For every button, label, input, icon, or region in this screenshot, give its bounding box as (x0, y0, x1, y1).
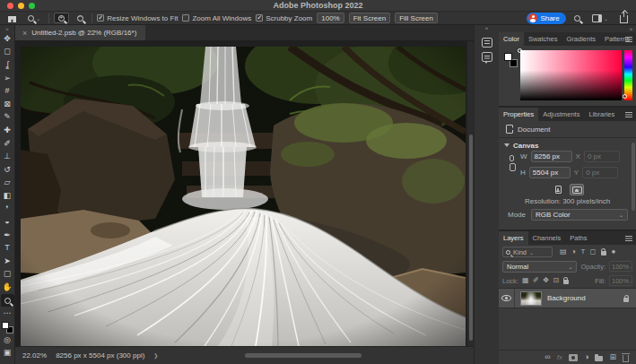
fill-screen-button[interactable]: Fill Screen (395, 13, 438, 23)
lasso-tool[interactable]: ʆ (1, 58, 14, 72)
lock-transparency-icon[interactable]: ▦ (522, 277, 529, 284)
home-button[interactable] (4, 13, 20, 23)
layer-row-background[interactable]: Background (499, 289, 636, 308)
filter-toggle-icon[interactable]: ● (611, 248, 615, 256)
vertical-scrollbar[interactable] (466, 41, 474, 346)
brush-tool[interactable]: ✐ (1, 137, 14, 151)
layer-thumbnail[interactable] (520, 291, 542, 306)
tab-libraries[interactable]: Libraries (584, 108, 619, 121)
canvas-section-header[interactable]: Canvas (499, 140, 636, 151)
y-field[interactable]: 0 px (582, 167, 618, 178)
tab-properties[interactable]: Properties (499, 108, 538, 121)
tab-color[interactable]: Color (499, 32, 524, 46)
history-brush-tool[interactable]: ↺ (1, 163, 14, 177)
lock-artboard-icon[interactable]: ⊡ (553, 277, 559, 284)
scrubby-zoom-option[interactable]: Scrubby Zoom (256, 14, 312, 22)
comments-panel-icon[interactable] (482, 52, 492, 62)
mode-select[interactable]: RGB Color⌄ (531, 209, 628, 221)
vertical-scrollbar-thumb[interactable] (469, 134, 473, 341)
pen-tool[interactable]: ✒ (1, 229, 14, 242)
shape-tool[interactable]: ▢ (1, 268, 14, 282)
panel-menu-icon[interactable] (625, 112, 632, 113)
screen-mode-button[interactable]: ▣ (1, 347, 14, 360)
move-tool[interactable]: ✥ (1, 32, 14, 46)
foreground-color-swatch[interactable] (2, 322, 9, 329)
export-button[interactable] (616, 13, 632, 23)
tab-swatches[interactable]: Swatches (524, 32, 562, 46)
zoom-percent-field[interactable]: 100% (317, 13, 344, 23)
dock-collapse-left[interactable]: « (475, 25, 499, 33)
current-tool-button[interactable]: ⌄ (24, 13, 44, 23)
clone-stamp-tool[interactable]: ⊥ (1, 150, 14, 163)
document-tab[interactable]: × Untitled-2.psb @ 22% (RGB/16*) (15, 25, 145, 40)
lock-all-icon[interactable] (563, 280, 569, 284)
height-field[interactable]: 5504 px (529, 167, 571, 178)
type-tool[interactable]: T (1, 242, 14, 256)
blend-mode-select[interactable]: Normal⌄ (502, 261, 577, 273)
lock-pixels-icon[interactable]: ✐ (533, 277, 539, 284)
blur-tool[interactable]: ❜ (1, 203, 14, 216)
x-field[interactable]: 0 px (584, 151, 620, 162)
dock-collapse-right[interactable]: » (630, 26, 632, 31)
scrubby-zoom-checkbox[interactable] (256, 14, 263, 22)
hue-marker[interactable] (623, 94, 627, 99)
close-tab-icon[interactable]: × (22, 29, 27, 38)
path-selection-tool[interactable]: ➤ (1, 255, 14, 268)
layer-lock-icon[interactable] (623, 298, 629, 302)
workspace-button[interactable]: ⌄ (588, 13, 612, 23)
tab-patterns[interactable]: Patterns (600, 32, 634, 46)
edit-toolbar-button[interactable]: ⋯ (1, 307, 14, 320)
resize-windows-option[interactable]: Resize Windows to Fit (97, 14, 178, 22)
layer-visibility-cell[interactable] (499, 289, 515, 308)
delete-layer-icon[interactable] (623, 355, 629, 362)
status-zoom-field[interactable]: 22.02% (22, 351, 47, 360)
landscape-orientation-button[interactable] (570, 184, 584, 195)
layer-mask-icon[interactable] (569, 354, 578, 361)
zoom-tool[interactable] (1, 294, 14, 308)
quick-mask-button[interactable]: ◎ (1, 334, 14, 347)
filter-pixel-layers-icon[interactable]: ▤ (560, 248, 567, 256)
link-layers-icon[interactable]: ∞ (545, 353, 550, 361)
filter-shape-layers-icon[interactable]: ◻ (590, 248, 597, 256)
tab-layers[interactable]: Layers (499, 231, 528, 245)
saturation-field[interactable] (520, 50, 622, 100)
hue-slider[interactable] (624, 50, 632, 100)
filter-type-layers-icon[interactable]: T (580, 248, 585, 256)
search-button[interactable] (571, 13, 584, 23)
saturation-marker[interactable] (518, 48, 522, 53)
link-dimensions-icon[interactable] (510, 155, 514, 161)
canvas-image[interactable] (21, 47, 466, 346)
eraser-tool[interactable]: ▱ (1, 177, 14, 190)
gradient-tool[interactable]: ◧ (1, 189, 14, 203)
filter-kind-select[interactable]: Kind⌄ (502, 247, 553, 257)
panel-menu-icon[interactable] (625, 37, 632, 38)
dodge-tool[interactable]: ◒ (1, 215, 14, 229)
adjustment-layer-icon[interactable]: ◑ (584, 353, 588, 361)
fill-field[interactable]: 100%⌄ (609, 275, 632, 286)
portrait-orientation-button[interactable] (551, 184, 565, 195)
crop-tool[interactable]: # (1, 84, 14, 98)
tab-channels[interactable]: Channels (528, 231, 566, 245)
new-layer-icon[interactable]: ⊞ (609, 353, 616, 361)
properties-scrollbar-thumb[interactable] (632, 143, 635, 211)
zoom-all-windows-option[interactable]: Zoom All Windows (182, 14, 251, 22)
opacity-field[interactable]: 100%⌄ (609, 261, 632, 272)
filter-smart-objects-icon[interactable] (601, 251, 606, 256)
resize-windows-checkbox[interactable] (97, 14, 104, 22)
eyedropper-tool[interactable]: ✎ (1, 111, 14, 125)
group-layers-icon[interactable] (595, 356, 603, 361)
share-button[interactable]: Share (527, 13, 565, 24)
layer-effects-icon[interactable]: fx (557, 354, 562, 361)
object-selection-tool[interactable]: ➢ (1, 72, 14, 85)
foreground-color-swatch[interactable] (504, 53, 512, 61)
horizontal-scrollbar-thumb[interactable] (245, 353, 362, 358)
width-field[interactable]: 8256 px (531, 151, 572, 162)
healing-brush-tool[interactable]: ✚ (1, 124, 14, 137)
panel-menu-icon[interactable] (625, 236, 632, 237)
lock-position-icon[interactable]: ✥ (543, 277, 549, 284)
tab-gradients[interactable]: Gradients (562, 32, 600, 46)
tab-paths[interactable]: Paths (565, 231, 591, 245)
filter-adjustment-layers-icon[interactable]: ◑ (571, 248, 576, 256)
zoom-in-button[interactable] (54, 13, 69, 23)
frame-tool[interactable]: ⊠ (1, 98, 14, 111)
